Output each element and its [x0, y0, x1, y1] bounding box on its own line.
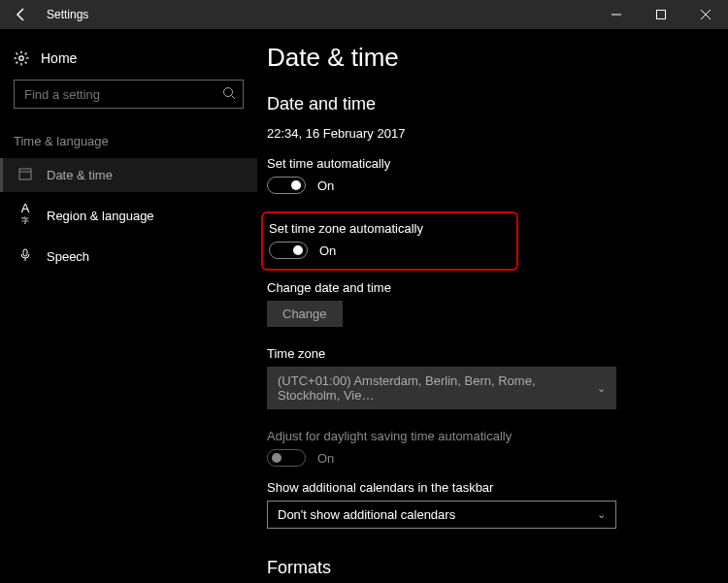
language-icon: A字 — [17, 201, 33, 231]
svg-line-11 — [25, 53, 27, 55]
additional-calendars-value: Don't show additional calendars — [278, 507, 455, 522]
current-datetime: 22:34, 16 February 2017 — [267, 126, 718, 141]
close-icon — [701, 10, 711, 19]
svg-point-4 — [19, 56, 23, 60]
highlight-annotation: Set time zone automatically On — [261, 211, 518, 271]
auto-timezone-label: Set time zone automatically — [269, 221, 423, 236]
section-title-formats: Formats — [267, 558, 718, 578]
additional-calendars-label: Show additional calendars in the taskbar — [267, 480, 718, 495]
home-label: Home — [41, 50, 77, 66]
close-button[interactable] — [683, 0, 728, 29]
minimize-button[interactable] — [594, 0, 639, 29]
search-input[interactable] — [14, 80, 244, 109]
auto-timezone-toggle[interactable] — [269, 242, 308, 259]
sidebar: Home Time & language Date & time A字 Regi… — [0, 29, 257, 583]
page-title: Date & time — [267, 43, 718, 73]
main-content: Date & time Date and time 22:34, 16 Febr… — [257, 29, 728, 583]
sidebar-item-region-language[interactable]: A字 Region & language — [0, 192, 257, 240]
maximize-icon — [656, 10, 666, 19]
timezone-label: Time zone — [267, 346, 718, 361]
window-title: Settings — [43, 8, 594, 21]
dst-label: Adjust for daylight saving time automati… — [267, 429, 718, 443]
sidebar-item-date-time[interactable]: Date & time — [0, 158, 257, 192]
change-button[interactable]: Change — [267, 301, 343, 327]
titlebar: Settings — [0, 0, 728, 29]
calendar-clock-icon — [17, 167, 33, 183]
auto-time-state: On — [317, 178, 334, 193]
sidebar-item-speech[interactable]: Speech — [0, 240, 257, 274]
sidebar-item-label: Region & language — [47, 209, 154, 223]
svg-rect-15 — [19, 169, 31, 179]
additional-calendars-select[interactable]: Don't show additional calendars ⌄ — [267, 501, 616, 529]
chevron-down-icon: ⌄ — [597, 508, 606, 521]
svg-line-9 — [17, 53, 18, 55]
auto-timezone-state: On — [319, 243, 336, 258]
dst-toggle — [267, 449, 306, 467]
chevron-down-icon: ⌄ — [597, 382, 606, 395]
svg-line-10 — [25, 62, 27, 64]
svg-line-12 — [17, 62, 18, 64]
auto-time-label: Set time automatically — [267, 156, 718, 171]
change-datetime-label: Change date and time — [267, 280, 718, 295]
sidebar-item-label: Date & time — [47, 168, 113, 182]
section-title-datetime: Date and time — [267, 94, 718, 114]
minimize-icon — [612, 10, 621, 19]
sidebar-item-label: Speech — [47, 249, 89, 264]
back-arrow-icon — [14, 7, 29, 22]
home-link[interactable]: Home — [0, 47, 257, 70]
svg-rect-17 — [23, 249, 27, 256]
search-icon — [222, 86, 236, 103]
gear-icon — [14, 50, 29, 66]
svg-line-14 — [232, 96, 236, 100]
sidebar-group-header: Time & language — [0, 126, 257, 158]
timezone-value: (UTC+01:00) Amsterdam, Berlin, Bern, Rom… — [278, 373, 597, 403]
microphone-icon — [17, 248, 33, 265]
svg-rect-1 — [657, 11, 666, 19]
maximize-button[interactable] — [639, 0, 683, 29]
dst-state: On — [317, 451, 334, 466]
svg-point-13 — [224, 88, 233, 97]
auto-time-toggle[interactable] — [267, 177, 306, 194]
timezone-select[interactable]: (UTC+01:00) Amsterdam, Berlin, Bern, Rom… — [267, 367, 616, 409]
back-button[interactable] — [0, 0, 43, 29]
